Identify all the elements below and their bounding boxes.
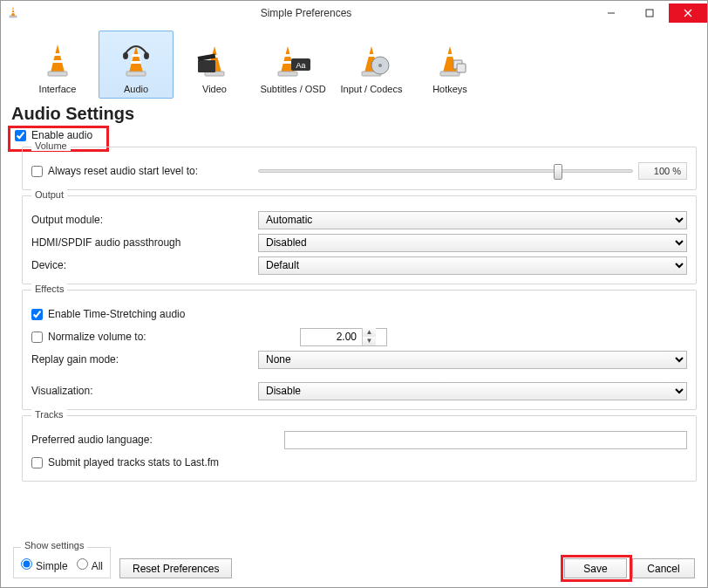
replaygain-select[interactable]: None [258,351,687,369]
group-effects: Effects Enable Time-Stretching audio Nor… [22,290,697,410]
timestretch-input[interactable] [31,309,43,320]
always-reset-label: Always reset audio start level to: [48,165,198,177]
replaygain-label: Replay gain mode: [31,353,258,366]
svg-rect-3 [11,12,16,13]
category-toolbar: Interface Audio [11,29,697,102]
category-video[interactable]: Video [177,31,252,99]
lastfm-input[interactable] [31,457,43,468]
legend-effects: Effects [31,284,67,294]
legend-tracks: Tracks [31,409,67,420]
output-module-label: Output module: [31,214,258,226]
minimize-button[interactable] [592,3,630,23]
category-label-input: Input / Codecs [341,84,403,94]
visualization-label: Visualization: [31,385,258,397]
svg-marker-12 [129,46,143,72]
category-label-hotkeys: Hotkeys [432,84,467,94]
mode-all-input[interactable] [77,558,88,570]
normalize-spin[interactable]: ▲▼ [300,328,387,346]
show-settings-legend: Show settings [21,540,87,550]
always-reset-checkbox[interactable]: Always reset audio start level to: [31,165,258,177]
reset-preferences-button[interactable]: Reset Preferences [119,558,232,578]
output-module-select[interactable]: Automatic [258,211,687,229]
cone-keys-icon [431,41,469,82]
passthrough-label: HDMI/SPDIF audio passthrough [31,236,258,249]
category-label-audio: Audio [124,84,148,94]
group-volume: Volume Always reset audio start level to… [22,147,697,190]
svg-rect-15 [131,61,141,64]
device-label: Device: [31,259,258,271]
device-select[interactable]: Default [258,256,687,275]
footer: Show settings Simple All Reset Preferenc… [1,535,707,587]
enable-audio-label: Enable audio [31,129,92,141]
always-reset-input[interactable] [31,166,43,177]
category-label-subtitles: Subtitles / OSD [260,84,325,94]
spin-down-icon[interactable]: ▼ [363,337,376,345]
mode-simple-input[interactable] [21,558,32,570]
svg-rect-31 [367,54,376,57]
window-title: Simple Preferences [20,7,592,19]
svg-rect-25 [283,54,292,57]
svg-rect-10 [53,53,62,56]
svg-rect-21 [198,60,215,72]
cone-disc-icon [352,41,391,82]
app-icon [6,5,20,22]
svg-point-17 [144,52,149,59]
group-output: Output Output module: Automatic HDMI/SPD… [22,195,697,284]
normalize-value[interactable] [301,330,362,344]
category-audio[interactable]: Audio [99,31,174,99]
svg-marker-0 [11,6,15,16]
normalize-label: Normalize volume to: [48,331,146,343]
mode-simple-radio[interactable]: Simple [21,558,68,572]
category-hotkeys[interactable]: Hotkeys [412,31,487,99]
svg-point-33 [378,64,382,67]
category-interface[interactable]: Interface [20,31,95,99]
lastfm-label: Submit played tracks stats to Last.fm [48,456,219,468]
svg-rect-13 [126,72,146,76]
cone-clapper-icon [195,41,234,82]
svg-point-16 [123,52,128,59]
enable-audio-checkbox[interactable]: Enable audio [15,129,697,141]
cancel-button[interactable]: Cancel [632,558,695,578]
preferred-lang-label: Preferred audio language: [31,434,284,446]
category-subtitles[interactable]: Aa Subtitles / OSD [255,31,330,99]
svg-rect-5 [646,10,653,17]
normalize-checkbox[interactable]: Normalize volume to: [31,331,258,343]
normalize-input[interactable] [31,332,43,343]
titlebar: Simple Preferences [1,1,707,25]
visualization-select[interactable]: Disable [258,382,687,400]
maximize-button[interactable] [630,3,669,23]
timestretch-checkbox[interactable]: Enable Time-Stretching audio [31,308,185,320]
category-label-video: Video [202,84,227,94]
svg-rect-14 [132,54,140,57]
legend-output: Output [31,189,67,200]
timestretch-label: Enable Time-Stretching audio [48,308,185,320]
svg-rect-36 [446,54,454,57]
svg-rect-1 [10,16,17,17]
volume-slider[interactable] [258,162,633,180]
volume-value: 100 % [638,162,687,180]
show-settings-group: Show settings Simple All [13,547,111,578]
category-label-interface: Interface [39,84,77,94]
group-tracks: Tracks Preferred audio language: Submit … [22,415,697,482]
enable-audio-input[interactable] [15,130,26,141]
cone-subtitle-icon: Aa [272,41,314,82]
close-button[interactable] [669,3,707,23]
svg-rect-24 [278,72,297,76]
save-button[interactable]: Save [564,558,627,578]
svg-rect-38 [457,64,466,72]
lastfm-checkbox[interactable]: Submit played tracks stats to Last.fm [31,456,219,468]
mode-all-radio[interactable]: All [77,558,103,572]
svg-rect-9 [48,72,67,76]
cone-icon [38,41,77,82]
page-title: Audio Settings [11,104,697,124]
passthrough-select[interactable]: Disabled [258,234,687,252]
svg-text:Aa: Aa [296,61,305,70]
preferred-lang-input[interactable] [284,431,687,449]
category-input[interactable]: Input / Codecs [334,31,409,99]
svg-marker-8 [51,44,65,72]
legend-volume: Volume [31,140,71,151]
spin-up-icon[interactable]: ▲ [363,328,376,337]
svg-rect-2 [11,10,15,10]
svg-rect-11 [52,60,63,63]
cone-headphones-icon [117,41,155,82]
